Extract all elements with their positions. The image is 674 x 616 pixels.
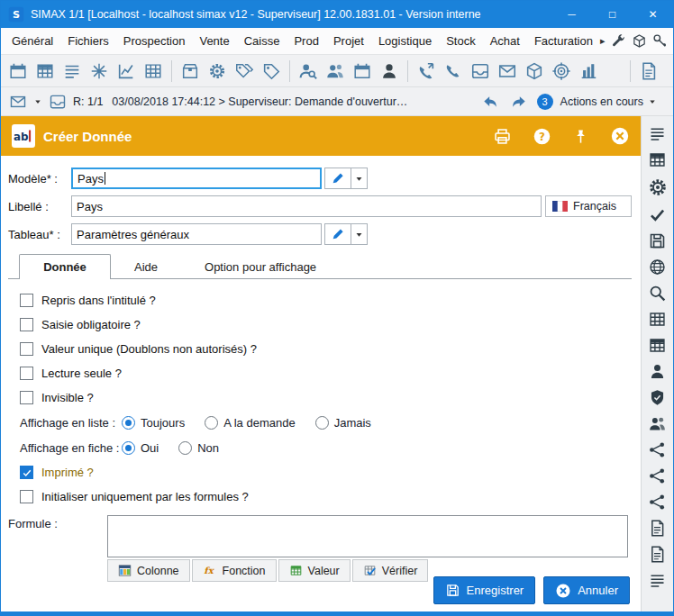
sidebar-export-icon[interactable] xyxy=(648,519,667,538)
menu-general[interactable]: Général xyxy=(5,30,60,52)
chart-bar-icon[interactable] xyxy=(577,59,600,84)
user-dark-icon[interactable] xyxy=(378,59,401,84)
libelle-input[interactable]: Pays xyxy=(71,195,542,217)
sidebar-save-icon[interactable] xyxy=(648,231,667,250)
menu-fichiers[interactable]: Fichiers xyxy=(60,30,116,52)
redo-arrow-icon[interactable] xyxy=(508,92,530,112)
mail-icon[interactable] xyxy=(496,59,519,84)
snowflake-icon[interactable] xyxy=(87,59,111,84)
menu-vente[interactable]: Vente xyxy=(192,30,236,52)
actions-dropdown[interactable]: Actions en cours xyxy=(560,95,657,108)
tab-option-affichage[interactable]: Option pour affichage xyxy=(181,255,340,278)
list-icon[interactable] xyxy=(60,59,84,84)
sidebar-tables-icon[interactable] xyxy=(648,310,667,329)
tools-icon[interactable] xyxy=(611,33,626,49)
table-chart-icon[interactable] xyxy=(141,59,165,84)
help-icon[interactable] xyxy=(533,127,551,146)
radio-a-la-demande[interactable]: A la demande xyxy=(205,416,296,430)
sidebar-network-icon-2[interactable] xyxy=(648,467,667,485)
undo-arrow-icon[interactable] xyxy=(479,92,501,112)
phone-outgoing-icon[interactable] xyxy=(414,59,438,84)
edit-tableau-button[interactable] xyxy=(324,223,351,245)
valeur-button[interactable]: Valeur xyxy=(278,559,351,582)
checkbox-invisible[interactable] xyxy=(20,391,33,404)
user-search-icon[interactable] xyxy=(296,59,320,84)
chevron-down-icon[interactable] xyxy=(33,97,42,106)
module-icon[interactable] xyxy=(632,33,647,49)
phone-icon[interactable] xyxy=(442,59,465,84)
calendar-icon[interactable] xyxy=(6,59,30,84)
report-icon[interactable] xyxy=(637,59,660,84)
schedule-icon[interactable] xyxy=(351,59,374,84)
colonne-button[interactable]: Colonne xyxy=(107,559,190,582)
mail-menu-icon[interactable] xyxy=(8,92,28,112)
sidebar-user-icon[interactable] xyxy=(648,362,667,381)
menu-prod[interactable]: Prod xyxy=(287,30,325,52)
sidebar-globe-icon[interactable] xyxy=(648,258,667,276)
spreadsheet-icon[interactable] xyxy=(33,59,57,84)
menu-projet[interactable]: Projet xyxy=(326,30,371,52)
menu-achat[interactable]: Achat xyxy=(483,30,527,52)
close-panel-icon[interactable] xyxy=(610,126,630,146)
tab-aide[interactable]: Aide xyxy=(111,255,181,278)
save-button[interactable]: Enregistrer xyxy=(433,576,536,604)
package-icon[interactable] xyxy=(178,59,202,84)
sidebar-document-icon[interactable] xyxy=(648,545,667,564)
sidebar-users-icon[interactable] xyxy=(648,414,667,433)
tags-icon[interactable] xyxy=(232,59,256,84)
checkbox-saisie-obligatoire[interactable] xyxy=(20,318,33,331)
column-grid-icon xyxy=(118,564,132,577)
target-icon[interactable] xyxy=(550,59,573,84)
sidebar-table-icon[interactable] xyxy=(648,150,667,169)
checkbox-initialiser-formules[interactable] xyxy=(20,490,33,503)
minimize-button[interactable]: ─ xyxy=(551,1,592,28)
key-icon[interactable] xyxy=(652,33,668,49)
checkbox-imprime[interactable] xyxy=(20,466,33,479)
sidebar-gear-icon[interactable] xyxy=(647,177,669,198)
print-icon[interactable] xyxy=(493,127,512,146)
sidebar-validate-icon[interactable] xyxy=(648,205,667,224)
affichage-liste-group: Affichage en liste : Toujours A la deman… xyxy=(20,416,632,430)
sidebar-network-icon-3[interactable] xyxy=(648,493,667,512)
tableau-dropdown-button[interactable] xyxy=(351,223,368,245)
pin-icon[interactable] xyxy=(572,128,589,145)
language-selector[interactable]: Français xyxy=(545,195,632,217)
menu-stock[interactable]: Stock xyxy=(439,30,483,52)
users-icon[interactable] xyxy=(323,59,347,84)
radio-toujours[interactable]: Toujours xyxy=(122,416,185,430)
menu-facturation[interactable]: Facturation xyxy=(527,30,600,52)
menu-caisse[interactable]: Caisse xyxy=(237,30,287,52)
chart-line-icon[interactable] xyxy=(114,59,138,84)
sidebar-user-shield-icon[interactable] xyxy=(648,388,667,407)
sidebar-network-icon-1[interactable] xyxy=(648,440,667,459)
verifier-button[interactable]: Vérifier xyxy=(352,559,429,582)
fonction-button[interactable]: Fonction xyxy=(192,559,277,582)
radio-oui[interactable]: Oui xyxy=(122,441,159,455)
mail-open-icon[interactable] xyxy=(48,92,68,112)
menu-logistique[interactable]: Logistique xyxy=(371,30,439,52)
menu-prospection[interactable]: Prospection xyxy=(116,30,193,52)
formula-textarea[interactable] xyxy=(107,515,628,557)
maximize-button[interactable]: □ xyxy=(592,1,633,28)
sidebar-search-tools-icon[interactable] xyxy=(648,284,667,303)
inbox-icon[interactable] xyxy=(469,59,492,84)
radio-jamais[interactable]: Jamais xyxy=(315,416,371,430)
sidebar-menu-icon[interactable] xyxy=(648,124,667,143)
edit-modele-button[interactable] xyxy=(324,168,351,189)
sidebar-notes-icon[interactable] xyxy=(648,571,667,590)
tag-icon[interactable] xyxy=(260,59,283,84)
sidebar-table-dark-icon[interactable] xyxy=(648,336,667,355)
checkbox-repris-intitule[interactable] xyxy=(20,294,33,307)
tableau-input[interactable]: Paramètres généraux xyxy=(71,223,322,245)
modele-dropdown-button[interactable] xyxy=(351,168,368,189)
checkbox-valeur-unique[interactable] xyxy=(20,342,33,356)
tab-donnee[interactable]: Donnée xyxy=(19,254,111,279)
checkbox-lecture-seule[interactable] xyxy=(20,367,33,380)
modele-input[interactable]: Pays xyxy=(71,168,322,189)
close-button[interactable]: ✕ xyxy=(633,1,673,28)
cancel-button[interactable]: Annuler xyxy=(543,576,630,604)
radio-non[interactable]: Non xyxy=(178,441,219,455)
menu-overflow-arrow[interactable]: ▸ xyxy=(600,35,606,47)
gear-icon[interactable] xyxy=(205,59,229,84)
cube-icon[interactable] xyxy=(523,59,546,84)
